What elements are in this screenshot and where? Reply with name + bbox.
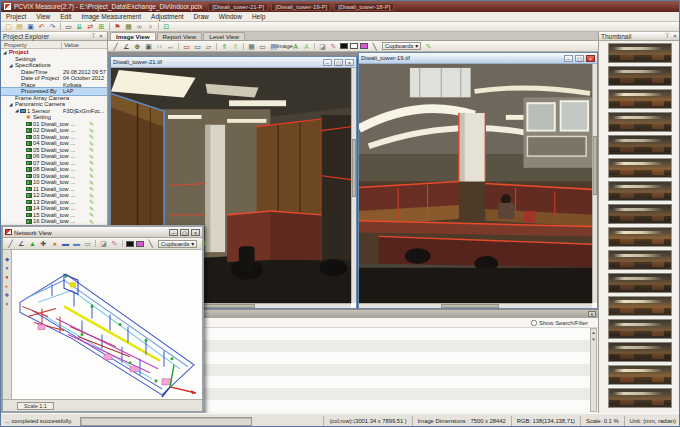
- eraser-icon[interactable]: ◪: [317, 42, 328, 51]
- tab-level-view[interactable]: Level View: [203, 32, 245, 40]
- thumbnail[interactable]: [608, 342, 672, 362]
- delete-icon[interactable]: ×: [145, 22, 156, 31]
- thumbnail[interactable]: [608, 365, 672, 385]
- color-magenta-swatch[interactable]: [136, 241, 144, 247]
- flag-icon[interactable]: ⚑: [112, 22, 123, 31]
- color-black-swatch[interactable]: [340, 43, 348, 49]
- new-project-icon[interactable]: ▢: [3, 22, 14, 31]
- scale-indicator[interactable]: Scale 1:1: [17, 402, 54, 410]
- table-icon[interactable]: ▦: [246, 42, 257, 51]
- protractor-icon[interactable]: ∠: [121, 42, 132, 51]
- orientation-arrows-icon[interactable]: ⇄: [85, 22, 96, 31]
- menu-item[interactable]: Project: [1, 13, 31, 20]
- link-icon[interactable]: ∞: [134, 22, 145, 31]
- import-imagery-icon[interactable]: ⇊: [74, 22, 85, 31]
- color-white-swatch[interactable]: [350, 43, 358, 49]
- close-icon[interactable]: ×: [97, 33, 105, 40]
- vertical-scrollbar[interactable]: [592, 64, 597, 303]
- color-magenta-swatch[interactable]: [360, 43, 368, 49]
- scroll-down-icon[interactable]: ▼: [591, 336, 596, 343]
- thumbnail[interactable]: [608, 273, 672, 293]
- up-arrow-alt-icon[interactable]: ⇑: [230, 42, 241, 51]
- point-mode-icon[interactable]: ∷: [154, 42, 165, 51]
- pin-icon[interactable]: ⊤: [663, 33, 671, 40]
- marker-a-icon[interactable]: A: [290, 42, 301, 51]
- model-cube-icon[interactable]: ⊡: [161, 22, 172, 31]
- expand-arrow-icon[interactable]: ◢: [9, 102, 14, 107]
- thumbnail[interactable]: [608, 66, 672, 86]
- pencil-icon[interactable]: ✎: [199, 239, 210, 248]
- thumbnail[interactable]: [608, 204, 672, 224]
- minimize-button[interactable]: –: [564, 55, 573, 62]
- pencil-icon[interactable]: ✎: [423, 42, 434, 51]
- maximize-button[interactable]: ▢: [575, 55, 584, 62]
- thumbnail[interactable]: [608, 158, 672, 178]
- tab-image-view[interactable]: Image View: [110, 32, 156, 40]
- image-window-right-titlebar[interactable]: Diwali_tower-19.tif – ▢ ×: [359, 53, 597, 64]
- panel-white-icon[interactable]: ▭: [82, 239, 93, 248]
- protractor-icon[interactable]: ∠: [16, 239, 27, 248]
- minimize-button[interactable]: –: [323, 59, 332, 66]
- panorama-image-right[interactable]: [359, 64, 592, 303]
- image-window-left-titlebar[interactable]: Diwali_tower-21.tif – ▢ ×: [111, 57, 356, 68]
- thumbnail[interactable]: [608, 181, 672, 201]
- panel-blue-icon[interactable]: ▭: [192, 42, 203, 51]
- measure-table-icon[interactable]: ▦: [123, 22, 134, 31]
- vertical-scrollbar[interactable]: [351, 68, 356, 303]
- cupboards-dropdown[interactable]: Cupboards ▾: [158, 240, 197, 248]
- eraser-icon[interactable]: ◪: [98, 239, 109, 248]
- thumbnail[interactable]: [608, 89, 672, 109]
- export-network-icon[interactable]: ⊞: [96, 22, 107, 31]
- expand-arrow-icon[interactable]: ◢: [9, 63, 14, 68]
- thumbnail[interactable]: [608, 227, 672, 247]
- save-project-icon[interactable]: ▣: [25, 22, 36, 31]
- callout-icon[interactable]: ▭: [257, 42, 268, 51]
- cupboards-dropdown[interactable]: Cupboards ▾: [382, 42, 421, 50]
- thumbnail[interactable]: [608, 43, 672, 63]
- up-arrow-icon[interactable]: ⇑: [219, 42, 230, 51]
- redo-icon[interactable]: ↷: [47, 22, 58, 31]
- thumbnail[interactable]: [608, 135, 672, 155]
- thumbnail[interactable]: [608, 319, 672, 339]
- panel-blue2-icon[interactable]: ▬: [71, 239, 82, 248]
- nav-orange-icon[interactable]: ▸: [4, 283, 11, 289]
- scroll-up-icon[interactable]: ▲: [591, 329, 596, 336]
- panel-blue-icon[interactable]: ▬: [60, 239, 71, 248]
- close-button[interactable]: ×: [191, 229, 200, 236]
- marker-b-icon[interactable]: A: [301, 42, 312, 51]
- menu-item[interactable]: Edit: [55, 13, 76, 20]
- minimize-button[interactable]: –: [169, 229, 178, 236]
- display-icon[interactable]: ▭: [63, 22, 74, 31]
- thumbnail[interactable]: [608, 112, 672, 132]
- thumbnail[interactable]: [608, 296, 672, 316]
- close-icon[interactable]: ×: [671, 33, 679, 40]
- brush-icon[interactable]: ✎: [109, 239, 120, 248]
- nav-red-icon[interactable]: ●: [4, 274, 11, 280]
- network-view-titlebar[interactable]: Network View – ▢ ×: [3, 227, 202, 238]
- thumbnail[interactable]: [608, 388, 672, 408]
- close-button[interactable]: ×: [586, 55, 595, 62]
- nav-plus-icon[interactable]: ✚: [4, 292, 11, 298]
- node-icon[interactable]: ●: [49, 239, 60, 248]
- image-mode-label[interactable]: Image: [279, 42, 290, 51]
- span-arrows-icon[interactable]: ↔: [165, 42, 176, 51]
- menu-item[interactable]: Image Measurement: [76, 13, 146, 20]
- show-search-filter-checkbox[interactable]: [531, 320, 537, 326]
- toolbar-separator[interactable]: [120, 239, 125, 248]
- draw-line-icon[interactable]: ╱: [110, 42, 121, 51]
- draw-line-icon[interactable]: ╱: [5, 239, 16, 248]
- tree-icon[interactable]: ▲: [27, 239, 38, 248]
- panel-menu-icon[interactable]: ▾: [588, 311, 596, 317]
- expand-arrow-icon[interactable]: ◢: [3, 50, 8, 55]
- network-canvas[interactable]: [12, 250, 202, 399]
- nav-gray-icon[interactable]: ▾: [4, 301, 11, 307]
- panel-red-icon[interactable]: ▭: [181, 42, 192, 51]
- menu-item[interactable]: Adjustment: [146, 13, 189, 20]
- thumbnail[interactable]: [608, 250, 672, 270]
- horizontal-scrollbar[interactable]: [359, 303, 592, 308]
- pin-icon[interactable]: ⊤: [89, 33, 97, 40]
- nav-down-icon[interactable]: ▾: [4, 265, 11, 271]
- menu-item[interactable]: Help: [247, 13, 270, 20]
- list-scrollbar[interactable]: ▲ ▼: [590, 328, 597, 412]
- undo-icon[interactable]: ↶: [36, 22, 47, 31]
